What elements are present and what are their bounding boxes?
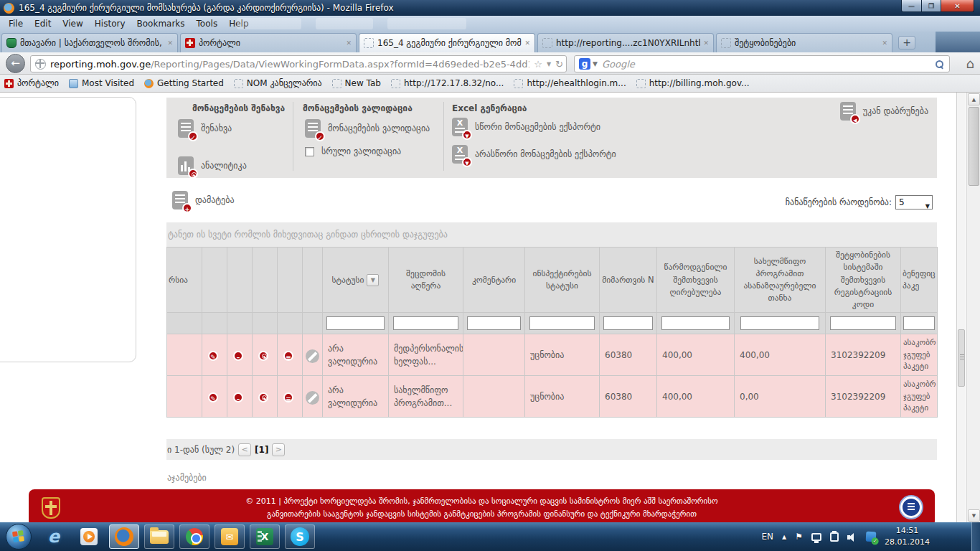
tab-close-icon[interactable]: ✕ [167, 39, 173, 47]
taskbar-internet-explorer-icon[interactable]: e [39, 524, 69, 549]
previous-page-button[interactable]: < [238, 443, 251, 456]
show-desktop-button[interactable] [971, 522, 980, 551]
column-version[interactable]: რსია [167, 248, 202, 313]
analytics-chart-icon [178, 156, 194, 175]
taskbar-clock[interactable]: 14:51 28.01.2014 [885, 525, 930, 549]
filter-input-benefit[interactable] [903, 316, 935, 330]
search-engine-dropdown-icon[interactable]: ▼ [593, 60, 598, 67]
validation-button[interactable]: ✓ მონაცემების ვალიდაცია [305, 119, 430, 138]
close-button[interactable]: ✕ [941, 0, 974, 12]
filter-input-inspection[interactable] [529, 316, 595, 330]
records-count-select[interactable]: 5 ▼ [895, 195, 933, 209]
menu-view[interactable]: View [57, 17, 88, 30]
filter-input-case-cost[interactable] [661, 316, 729, 330]
status-filter-dropdown-icon[interactable]: ▼ [367, 274, 379, 286]
frame-scrollbar-thumb[interactable] [958, 329, 965, 387]
filter-input-status[interactable] [326, 316, 384, 330]
column-case-cost[interactable]: წარმოდგენილი შემთხვევის ღირებულება [657, 248, 735, 313]
filter-input-comment[interactable] [467, 316, 521, 330]
bookmark-getting-started[interactable]: Getting Started [144, 78, 224, 88]
bookmark-star-icon[interactable]: ☆ [534, 59, 542, 70]
search-input[interactable]: Google [602, 59, 936, 70]
taskbar-explorer-icon[interactable] [144, 524, 174, 549]
bookmark-portal[interactable]: პორტალი [4, 78, 59, 88]
google-engine-icon[interactable]: g [579, 58, 590, 70]
back-button[interactable]: ← [6, 54, 25, 73]
taskbar-chrome-icon[interactable] [179, 524, 209, 549]
tab-portal[interactable]: პორტალი ✕ [180, 33, 357, 52]
tab-close-icon[interactable]: ✕ [703, 39, 709, 47]
dropbox-icon[interactable] [866, 532, 876, 542]
column-benefit-package[interactable]: ბენეფიც პაკე [901, 248, 938, 313]
search-magnifier-icon[interactable] [936, 60, 943, 68]
column-referral-number[interactable]: მიმართვის N [600, 248, 657, 313]
filter-input-reg-code[interactable] [830, 316, 896, 330]
filter-input-referral[interactable] [603, 316, 654, 330]
network-icon[interactable] [811, 533, 821, 541]
reload-icon[interactable]: ↻ [555, 59, 563, 70]
maximize-button[interactable]: ❐ [922, 0, 941, 12]
action-center-flag-icon[interactable]: ⚑ [795, 532, 803, 542]
taskbar-media-player-icon[interactable] [74, 524, 104, 549]
full-validation-option[interactable]: სრული ვალიდაცია [305, 146, 401, 156]
filter-input-error[interactable] [393, 316, 458, 330]
add-record-button[interactable]: + დამატება [172, 191, 235, 209]
column-error-description[interactable]: შეცდომის აღწერა [389, 248, 463, 313]
page-scrollbar[interactable]: ▲ ▼ [966, 93, 980, 522]
scroll-down-button[interactable]: ▼ [968, 509, 980, 522]
export-valid-button[interactable]: ▼ სწორი მონაცემების ექსპორტი [452, 118, 600, 136]
tab-notifications[interactable]: შეტყობინებები ✕ [716, 33, 892, 52]
menu-edit[interactable]: Edit [29, 17, 57, 30]
bookmark-billing[interactable]: http://billing.moh.gov... [636, 78, 750, 88]
tab-close-icon[interactable]: ✕ [346, 39, 352, 47]
url-dropdown-icon[interactable]: ▼ [547, 61, 551, 67]
volume-icon[interactable] [847, 532, 857, 542]
minimize-button[interactable]: — [901, 0, 922, 12]
new-tab-button[interactable]: + [898, 36, 915, 50]
tab-close-icon[interactable]: ✕ [882, 39, 887, 47]
url-bar[interactable]: reporting.moh.gov.ge /Reporting/Pages/Da… [30, 55, 567, 72]
bookmark-new-tab[interactable]: New Tab [332, 78, 381, 88]
menu-history[interactable]: History [89, 17, 131, 30]
bookmark-172-17-8-32[interactable]: http://172.17.8.32/no... [391, 78, 504, 88]
tab-working-form-active[interactable]: 165_4 გეგმიური ქირურგიული მომს... ✕ [359, 33, 535, 52]
column-comment[interactable]: კომენტარი [463, 248, 525, 313]
language-indicator[interactable]: EN [762, 532, 774, 542]
clipboard-icon[interactable] [830, 532, 839, 542]
show-hidden-icons-button[interactable]: ▲ [782, 534, 786, 540]
frame-scrollbar[interactable] [956, 93, 966, 522]
save-button[interactable]: ✓ შენახვა [178, 119, 232, 138]
menu-bookmarks[interactable]: Bookmarks [131, 17, 191, 30]
start-button[interactable] [6, 524, 32, 550]
scroll-up-button[interactable]: ▲ [968, 93, 980, 105]
site-identity-globe-icon[interactable] [35, 59, 46, 70]
current-page[interactable]: [1] [255, 445, 268, 455]
taskbar-firefox-icon[interactable] [109, 524, 139, 549]
analytics-button[interactable]: ანალიტიკა [178, 156, 247, 175]
tab-close-icon[interactable]: ✕ [524, 39, 530, 47]
column-status[interactable]: სტატუსი▼ [323, 248, 389, 313]
cell-error-link[interactable]: მედპერსონალის ხელფას... [389, 334, 463, 376]
taskbar-excel-icon[interactable]: X [250, 524, 280, 549]
taskbar-outlook-icon[interactable]: ✉ [215, 524, 245, 549]
menu-file[interactable]: File [3, 17, 29, 30]
column-inspection-status[interactable]: ინსპექტირების სტატუსი [525, 248, 600, 313]
cell-error-link[interactable]: სახელმწიფო პროგრამით... [389, 376, 463, 418]
bookmark-most-visited[interactable]: Most Visited [69, 78, 134, 88]
bookmark-nom[interactable]: NOM კანცელარია [234, 78, 322, 88]
next-page-button[interactable]: > [272, 443, 285, 456]
export-invalid-button[interactable]: ▼ არასწორი მონაცემების ექსპორტი [452, 145, 616, 164]
tab-home[interactable]: მთავარი | საქართველოს შრომის, ... ✕ [1, 33, 178, 52]
menu-tools[interactable]: Tools [191, 17, 224, 30]
taskbar-skype-icon[interactable]: S [285, 524, 315, 549]
tab-reporting-url[interactable]: http://reporting....zc1N0YXRILnhtbA== ✕ [537, 33, 714, 52]
bookmark-ehealthlogin[interactable]: http://ehealthlogin.m... [514, 78, 626, 88]
filter-input-state-amount[interactable] [740, 316, 820, 330]
page-scrollbar-thumb[interactable] [969, 107, 979, 186]
full-validation-checkbox[interactable] [305, 147, 314, 156]
back-to-list-button[interactable]: ◀ უკან დაბრუნება [840, 102, 928, 121]
home-button-icon[interactable]: ⌂ [966, 55, 974, 72]
search-bar[interactable]: g ▼ Google [574, 55, 950, 72]
column-registration-code[interactable]: შეტყობინების სისტემაში შემთხვევის რეგისტ… [826, 248, 901, 313]
column-state-amount[interactable]: სახელმწიფო პროგრამით ასანაზღაურებელი თან… [735, 248, 826, 313]
